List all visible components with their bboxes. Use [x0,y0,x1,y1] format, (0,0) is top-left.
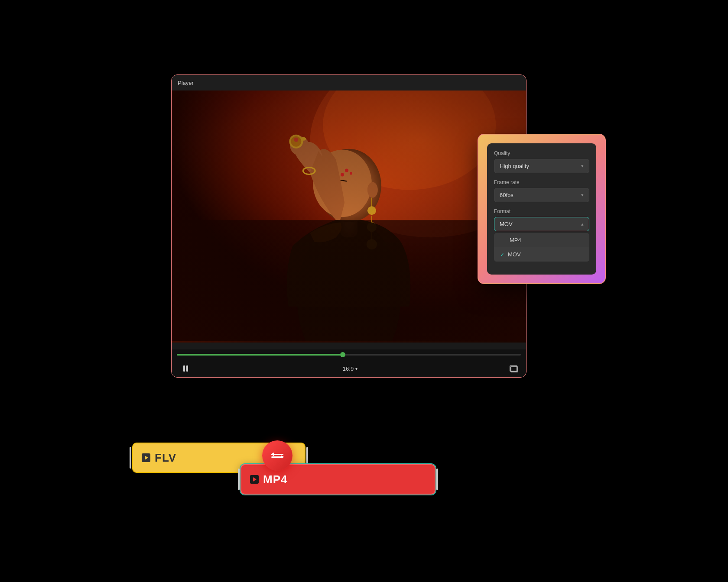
quality-value: High quality [500,163,529,169]
svg-rect-24 [172,91,526,341]
main-scene: Player [136,74,592,508]
quality-field: Quality High quality ▾ [494,150,589,173]
format-chevron-icon: ▴ [581,221,584,227]
settings-panel: Quality High quality ▾ Frame rate 60fps … [479,135,604,283]
flv-play-icon [142,453,150,462]
mp4-play-icon [250,475,259,484]
settings-inner: Quality High quality ▾ Frame rate 60fps … [487,143,596,275]
pause-icon [183,365,188,372]
flv-label: FLV [155,451,176,465]
timeline-bar[interactable] [172,349,526,360]
video-area [172,91,526,343]
pause-button[interactable] [180,363,191,374]
timeline-progress [177,354,342,356]
fullscreen-icon [510,366,518,372]
video-background [172,91,526,343]
mov-check-icon: ✓ [500,252,504,258]
quality-label: Quality [494,150,589,156]
aspect-ratio-label: 16:9 [343,365,354,372]
fullscreen-button[interactable] [510,365,517,372]
timeline-track[interactable] [177,354,521,356]
framerate-field: Frame rate 60fps ▾ [494,179,589,202]
mp4-label: MP4 [510,237,521,243]
convert-button[interactable] [262,440,292,471]
chevron-down-icon: ▾ [355,366,358,371]
aspect-ratio-button[interactable]: 16:9 ▾ [343,365,358,372]
player-window: Player [171,74,526,378]
format-label: Format [494,208,589,214]
format-option-mov[interactable]: ✓ MOV [494,247,589,262]
mov-label: MOV [508,251,521,258]
format-field: Format MOV ▴ MP4 ✓ MOV [494,208,589,262]
player-title: Player [178,80,194,86]
mp4-label: MP4 [263,473,287,486]
player-controls: 16:9 ▾ [172,360,526,377]
framerate-label: Frame rate [494,179,589,185]
format-select[interactable]: MOV ▴ [494,217,589,231]
woman-figure [172,91,526,341]
framerate-select[interactable]: 60fps ▾ [494,188,589,202]
svg-rect-25 [511,367,518,372]
convert-arrows-icon [271,454,283,458]
framerate-chevron-icon: ▾ [581,192,584,198]
quality-select[interactable]: High quality ▾ [494,159,589,173]
format-value: MOV [500,221,513,227]
player-titlebar: Player [172,75,526,91]
format-dropdown: MP4 ✓ MOV [494,233,589,262]
arrow-right-icon [271,456,283,458]
format-option-mp4[interactable]: MP4 [494,233,589,247]
timeline-thumb[interactable] [340,352,345,357]
quality-chevron-icon: ▾ [581,163,584,169]
framerate-value: 60fps [500,192,514,198]
